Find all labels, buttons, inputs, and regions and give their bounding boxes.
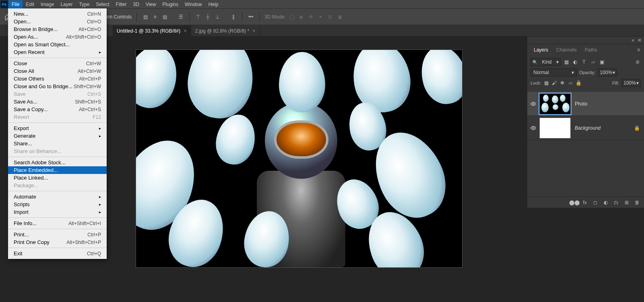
layer-thumbnail[interactable] bbox=[539, 93, 571, 114]
align-center-v-icon[interactable]: ┼ bbox=[204, 13, 211, 21]
separator bbox=[242, 12, 242, 22]
menu-item-new[interactable]: New...Ctrl+N bbox=[8, 10, 107, 18]
menu-item-print-one-copy[interactable]: Print One CopyAlt+Shift+Ctrl+P bbox=[8, 238, 107, 246]
layers-panel: Layers Channels Paths ≡ 🔍 Kind ▾ ▦ ◐ T ▱… bbox=[527, 44, 644, 208]
collapse-icon[interactable]: « bbox=[632, 37, 634, 43]
menu-item-generate[interactable]: Generate bbox=[8, 132, 107, 140]
layer-group-icon[interactable]: 🗀 bbox=[613, 200, 619, 205]
menu-file[interactable]: File bbox=[8, 0, 23, 8]
lock-artboard-icon[interactable]: ▱ bbox=[568, 80, 573, 86]
adjustment-layer-icon[interactable]: ◐ bbox=[603, 200, 609, 205]
align-center-h-icon[interactable]: ≡ bbox=[151, 13, 159, 21]
menu-item-print[interactable]: Print...Ctrl+P bbox=[8, 231, 107, 238]
lock-pixels-icon[interactable]: 🖌 bbox=[551, 80, 557, 86]
menu-plugins[interactable]: Plugins bbox=[159, 0, 182, 8]
filter-smart-icon[interactable]: ▣ bbox=[599, 59, 605, 65]
close-tab-icon[interactable]: × bbox=[252, 28, 256, 34]
menu-item-place-embedded[interactable]: Place Embedded... bbox=[8, 166, 107, 174]
menu-item-open-as-smart-object[interactable]: Open as Smart Object... bbox=[8, 41, 107, 48]
align-right-icon[interactable]: ▤ bbox=[161, 13, 168, 21]
menu-item-automate[interactable]: Automate bbox=[8, 193, 107, 201]
blend-mode-select[interactable]: Normal ▾ bbox=[530, 68, 577, 77]
menu-item-scripts[interactable]: Scripts bbox=[8, 201, 107, 208]
document-tab[interactable]: 2.jpg @ 82.6% (RGB/8) *× bbox=[191, 25, 260, 36]
menu-item-close[interactable]: CloseCtrl+W bbox=[8, 60, 107, 67]
menu-layer[interactable]: Layer bbox=[57, 0, 76, 8]
layer-fx-icon[interactable]: fx bbox=[582, 200, 588, 205]
menu-item-share[interactable]: Share... bbox=[8, 140, 107, 147]
fill-input[interactable]: 100% ▾ bbox=[621, 79, 641, 87]
menu-item-import[interactable]: Import bbox=[8, 208, 107, 216]
distribute-icon[interactable]: ☰ bbox=[177, 13, 184, 21]
3d-slide-icon[interactable]: ✦ bbox=[317, 13, 324, 21]
menu-select[interactable]: Select bbox=[93, 0, 112, 8]
menu-item-file-info[interactable]: File Info...Alt+Shift+Ctrl+I bbox=[8, 219, 107, 227]
menu-item-browse-in-bridge[interactable]: Browse in Bridge...Alt+Ctrl+O bbox=[8, 25, 107, 33]
align-top-icon[interactable]: ⊤ bbox=[194, 13, 202, 21]
layers-empty-area[interactable] bbox=[527, 140, 644, 197]
lock-position-icon[interactable]: ✥ bbox=[559, 80, 565, 86]
more-options-icon[interactable]: ••• bbox=[247, 13, 254, 21]
layer-filter-kind[interactable]: 🔍 Kind ▾ bbox=[530, 58, 561, 66]
distribute-v-icon[interactable]: ∥ bbox=[230, 13, 237, 21]
menu-item-exit[interactable]: ExitCtrl+Q bbox=[8, 250, 107, 257]
layer-row[interactable]: Background🔒 bbox=[527, 116, 644, 140]
panel-menu-icon[interactable]: ≡ bbox=[636, 47, 642, 53]
file-menu-dropdown: New...Ctrl+NOpen...Ctrl+OBrowse in Bridg… bbox=[8, 8, 107, 259]
menu-view[interactable]: View bbox=[142, 0, 159, 8]
menu-window[interactable]: Window bbox=[182, 0, 205, 8]
menu-item-save-a-copy[interactable]: Save a Copy...Alt+Ctrl+S bbox=[8, 105, 107, 113]
align-bottom-icon[interactable]: ⊥ bbox=[214, 13, 221, 21]
delete-layer-icon[interactable]: 🗑 bbox=[634, 200, 640, 205]
fill-label: Fill: bbox=[612, 81, 619, 85]
tab-layers[interactable]: Layers bbox=[530, 45, 552, 55]
lock-icon[interactable]: 🔒 bbox=[634, 125, 644, 131]
menu-3d[interactable]: 3D bbox=[130, 0, 142, 8]
menu-item-search-adobe-stock[interactable]: Search Adobe Stock... bbox=[8, 159, 107, 166]
menu-item-open-recent[interactable]: Open Recent bbox=[8, 48, 107, 56]
close-panel-icon[interactable]: ✕ bbox=[638, 37, 642, 43]
new-layer-icon[interactable]: ⊞ bbox=[624, 200, 630, 205]
layer-thumbnail[interactable] bbox=[539, 118, 571, 139]
filter-pixel-icon[interactable]: ▦ bbox=[563, 59, 570, 65]
align-left-icon[interactable]: ▤ bbox=[142, 13, 149, 21]
menu-item-open[interactable]: Open...Ctrl+O bbox=[8, 18, 107, 25]
3d-camera-icon[interactable]: ▣ bbox=[336, 13, 343, 21]
filter-adjustment-icon[interactable]: ◐ bbox=[572, 59, 578, 65]
menu-type[interactable]: Type bbox=[76, 0, 93, 8]
menu-image[interactable]: Image bbox=[37, 0, 57, 8]
layer-visibility-icon[interactable] bbox=[527, 125, 539, 131]
filter-type-icon[interactable]: T bbox=[581, 59, 587, 65]
menu-item-open-as[interactable]: Open As...Alt+Shift+Ctrl+O bbox=[8, 33, 107, 41]
layer-row[interactable]: Photo bbox=[527, 92, 644, 116]
layer-visibility-icon[interactable] bbox=[527, 101, 539, 107]
menu-item-export[interactable]: Export bbox=[8, 124, 107, 132]
menu-item-close-and-go-to-bridge[interactable]: Close and Go to Bridge...Shift+Ctrl+W bbox=[8, 83, 107, 90]
document-canvas[interactable] bbox=[136, 50, 462, 267]
menu-help[interactable]: Help bbox=[205, 0, 222, 8]
menu-item-save-as[interactable]: Save As...Shift+Ctrl+S bbox=[8, 98, 107, 105]
menu-edit[interactable]: Edit bbox=[23, 0, 37, 8]
3d-pan-icon[interactable]: ✥ bbox=[307, 13, 314, 21]
tab-paths[interactable]: Paths bbox=[581, 45, 601, 55]
lock-all-icon[interactable]: 🔒 bbox=[576, 80, 581, 86]
document-tab[interactable]: Untitled-1 @ 33.3% (RGB/8#)× bbox=[113, 25, 191, 36]
tab-channels[interactable]: Channels bbox=[552, 45, 581, 55]
opacity-input[interactable]: 100% ▾ bbox=[598, 68, 617, 77]
menu-item-close-all[interactable]: Close AllAlt+Ctrl+W bbox=[8, 67, 107, 75]
lock-transparency-icon[interactable]: ▦ bbox=[543, 80, 549, 86]
menu-item-place-linked[interactable]: Place Linked... bbox=[8, 174, 107, 182]
svg-point-0 bbox=[533, 103, 534, 105]
3d-roll-icon[interactable]: ◉ bbox=[297, 13, 305, 21]
close-tab-icon[interactable]: × bbox=[184, 28, 187, 34]
3d-scale-icon[interactable]: ⊞ bbox=[326, 13, 334, 21]
menu-separator bbox=[8, 229, 107, 229]
3d-orbit-icon[interactable]: ◯ bbox=[288, 13, 295, 21]
menu-item-close-others[interactable]: Close OthersAlt+Ctrl+P bbox=[8, 75, 107, 83]
filter-toggle-icon[interactable]: ⊘ bbox=[634, 59, 641, 65]
layer-mask-icon[interactable]: ◻ bbox=[592, 200, 598, 205]
menu-filter[interactable]: Filter bbox=[113, 0, 130, 8]
chevron-down-icon: ▾ bbox=[613, 70, 615, 75]
link-layers-icon[interactable]: ⬤⬤ bbox=[572, 200, 577, 205]
filter-shape-icon[interactable]: ▱ bbox=[590, 59, 596, 65]
